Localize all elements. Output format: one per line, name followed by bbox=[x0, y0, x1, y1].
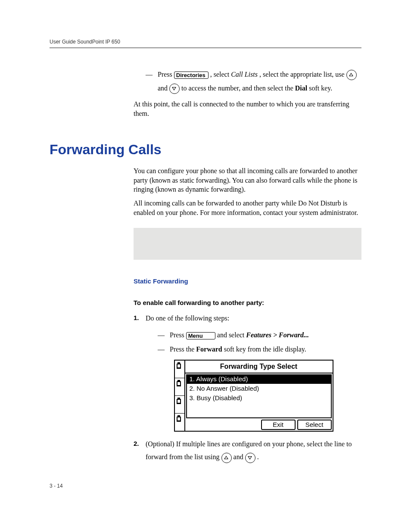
dial-label: Dial bbox=[295, 84, 307, 92]
lcd-row: 3. Busy (Disabled) bbox=[187, 393, 331, 403]
up-arrow-icon bbox=[221, 453, 232, 463]
static-forwarding-heading: Static Forwarding bbox=[134, 277, 361, 286]
lcd-row: 2. No Answer (Disabled) bbox=[187, 384, 331, 393]
down-arrow-icon bbox=[169, 84, 180, 94]
text: to access the number, and then select th… bbox=[181, 84, 295, 92]
svg-rect-6 bbox=[177, 398, 180, 399]
svg-rect-3 bbox=[177, 380, 180, 381]
section-title: Forwarding Calls bbox=[50, 142, 361, 158]
menu-key: Menu bbox=[186, 332, 215, 339]
lcd-softkeys: Exit Select bbox=[185, 418, 333, 431]
up-arrow-icon bbox=[346, 70, 357, 80]
text: , select the appropriate list, use bbox=[259, 71, 346, 78]
paragraph: You can configure your phone so that all… bbox=[134, 166, 361, 194]
press-directories-step: Press Directories , select Call Lists , … bbox=[146, 68, 361, 95]
text: and bbox=[234, 453, 245, 460]
step-2: (Optional) If multiple lines are configu… bbox=[134, 438, 361, 464]
line-icon bbox=[175, 378, 184, 396]
svg-rect-8 bbox=[177, 400, 180, 403]
text: Press bbox=[158, 71, 174, 78]
dash-list: Press Directories , select Call Lists , … bbox=[146, 68, 361, 95]
svg-rect-5 bbox=[177, 382, 180, 385]
svg-rect-11 bbox=[177, 417, 180, 420]
connected-paragraph: At this point, the call is connected to … bbox=[134, 100, 361, 118]
lcd-title: Forwarding Type Select bbox=[185, 361, 333, 373]
text: and select bbox=[217, 331, 246, 339]
line-icon bbox=[175, 361, 184, 378]
forwarding-intro: You can configure your phone so that all… bbox=[134, 166, 361, 217]
grey-placeholder bbox=[134, 228, 361, 260]
svg-rect-2 bbox=[177, 364, 180, 367]
note-block bbox=[134, 228, 361, 260]
press-forward-substep: Press the Forward soft key from the idle… bbox=[158, 345, 361, 354]
page-number: 3 - 14 bbox=[50, 483, 63, 489]
text: , select bbox=[210, 71, 231, 78]
static-forwarding-section: Static Forwarding To enable call forward… bbox=[134, 277, 361, 464]
menu-path: Features > Forward... bbox=[246, 331, 309, 339]
enable-heading: To enable call forwarding to another par… bbox=[134, 299, 361, 307]
substeps: Press Menu and select Features > Forward… bbox=[158, 329, 361, 354]
line-icon bbox=[175, 396, 184, 414]
phone-lcd: Forwarding Type Select 1. Always (Disabl… bbox=[174, 360, 333, 432]
text: Press the bbox=[170, 345, 196, 353]
paragraph: All incoming calls can be forwarded to a… bbox=[134, 199, 361, 217]
lcd-body: 1. Always (Disabled) 2. No Answer (Disab… bbox=[186, 374, 332, 418]
softkey-exit: Exit bbox=[261, 420, 296, 430]
lcd-row-selected: 1. Always (Disabled) bbox=[187, 374, 331, 384]
softkey-select: Select bbox=[297, 420, 332, 430]
header-rule bbox=[50, 47, 361, 48]
svg-rect-9 bbox=[177, 415, 180, 417]
continuation-block: Press Directories , select Call Lists , … bbox=[134, 68, 361, 118]
lcd-side-icons bbox=[175, 361, 185, 431]
lcd-main: Forwarding Type Select 1. Always (Disabl… bbox=[185, 361, 333, 431]
step-1: Do one of the following steps: Press Men… bbox=[134, 314, 361, 432]
svg-rect-0 bbox=[177, 362, 180, 364]
directories-key: Directories bbox=[174, 72, 209, 79]
lcd-figure: Forwarding Type Select 1. Always (Disabl… bbox=[174, 360, 333, 432]
running-header: User Guide SoundPoint IP 650 bbox=[50, 39, 361, 47]
forward-key-label: Forward bbox=[196, 345, 222, 353]
text: Press bbox=[170, 331, 186, 339]
text: and bbox=[158, 84, 169, 92]
page: User Guide SoundPoint IP 650 Press Direc… bbox=[0, 0, 411, 532]
press-menu-substep: Press Menu and select Features > Forward… bbox=[158, 329, 361, 342]
text: soft key from the idle display. bbox=[224, 345, 306, 353]
step-intro: Do one of the following steps: bbox=[146, 314, 361, 323]
down-arrow-icon bbox=[245, 453, 255, 463]
text: soft key. bbox=[309, 84, 332, 92]
call-lists-label: Call Lists bbox=[231, 71, 258, 78]
text: . bbox=[257, 453, 259, 460]
steps-list: Do one of the following steps: Press Men… bbox=[134, 314, 361, 464]
line-icon bbox=[175, 414, 184, 431]
